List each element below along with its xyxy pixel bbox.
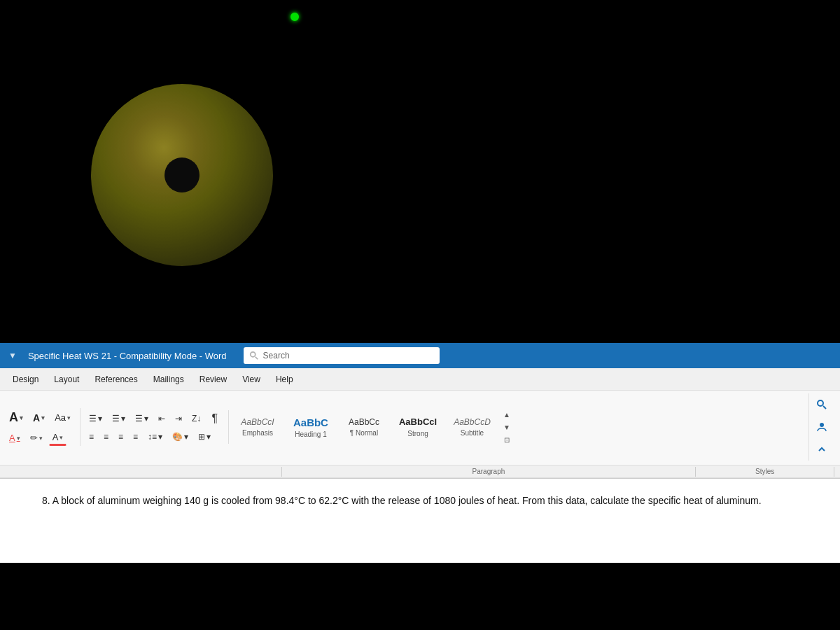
align-center-icon: ≡ <box>104 432 108 442</box>
sort-icon: Z↓ <box>192 414 201 424</box>
style-heading1-preview: AaBbC <box>293 416 328 430</box>
font-group: A ▾ A ▾ Aa ▾ A ▾ ✏ ▾ <box>6 408 80 446</box>
menu-review[interactable]: Review <box>192 372 234 387</box>
svg-line-3 <box>823 406 826 409</box>
styles-group-label: Styles <box>696 468 834 475</box>
menu-help[interactable]: Help <box>269 372 300 387</box>
menu-view[interactable]: View <box>235 372 267 387</box>
borders-btn[interactable]: ⊞ ▾ <box>194 430 215 444</box>
font-colorA-btn[interactable]: A ▾ <box>49 430 67 446</box>
indent-decrease-icon: ⇤ <box>158 414 165 424</box>
search-placeholder: Search <box>263 351 290 360</box>
paragraph-group: ☰ ▾ ☰ ▾ ☰ ▾ ⇤ ⇥ Z↓ <box>85 410 229 444</box>
font-smallA-btn[interactable]: A ▾ <box>29 410 48 426</box>
line-spacing-chevron: ▾ <box>158 432 162 442</box>
ribbon-footer-sep3 <box>834 467 834 477</box>
align-right-btn[interactable]: ≡ <box>114 430 127 444</box>
style-emphasis[interactable]: AaBbCcI Emphasis <box>233 408 282 446</box>
style-subtitle[interactable]: AaBbCcD Subtitle <box>447 408 497 446</box>
line-spacing-icon: ↕≡ <box>148 432 157 442</box>
title-bar-arrow: ▼ <box>8 351 17 360</box>
shading-icon: 🎨 <box>172 432 183 442</box>
list-bullets-chevron: ▾ <box>98 414 102 424</box>
align-justify-icon: ≡ <box>133 432 138 442</box>
search-box[interactable]: Search <box>244 347 440 364</box>
list-bullets-btn[interactable]: ☰ ▾ <box>85 412 106 426</box>
style-strong-preview: AaBbCcl <box>399 416 437 428</box>
pilcrow-btn[interactable]: ¶ <box>206 410 223 427</box>
styles-up-btn[interactable]: ▲ <box>501 409 512 420</box>
font-aa-btn[interactable]: Aa ▾ <box>51 410 74 425</box>
magnify-icon <box>816 399 827 410</box>
menu-design[interactable]: Design <box>6 372 46 387</box>
arrow-icon <box>816 444 827 455</box>
font-pencil-btn[interactable]: ✏ ▾ <box>27 430 46 445</box>
style-strong-label: Strong <box>407 430 428 438</box>
style-normal-label: ¶ Normal <box>350 429 378 437</box>
font-bigA-chevron: ▾ <box>20 414 23 421</box>
align-justify-btn[interactable]: ≡ <box>129 430 142 444</box>
toolbar: A ▾ A ▾ Aa ▾ A ▾ ✏ ▾ <box>0 391 840 465</box>
style-emphasis-preview: AaBbCcI <box>241 417 274 428</box>
ribbon: Design Layout References Mailings Review… <box>0 368 840 479</box>
borders-icon: ⊞ <box>198 432 205 442</box>
style-strong[interactable]: AaBbCcl Strong <box>393 408 443 446</box>
font-smallA-label: A <box>33 412 40 424</box>
line-spacing-btn[interactable]: ↕≡ ▾ <box>144 430 167 444</box>
style-heading1[interactable]: AaBbC Heading 1 <box>286 408 335 446</box>
style-heading1-label: Heading 1 <box>295 430 327 438</box>
font-colorA-chevron: ▾ <box>59 434 63 441</box>
style-normal[interactable]: AaBbCc ¶ Normal <box>340 408 388 446</box>
para-row1: ☰ ▾ ☰ ▾ ☰ ▾ ⇤ ⇥ Z↓ <box>85 410 223 427</box>
search-icon <box>249 351 259 360</box>
list-numbers-icon: ☰ <box>112 414 120 424</box>
para-row2: ≡ ≡ ≡ ≡ ↕≡ ▾ 🎨 ▾ <box>85 430 223 444</box>
document-area: 8. A block of aluminum weighing 140 g is… <box>0 479 840 563</box>
svg-point-2 <box>818 400 823 406</box>
font-pencil-chevron: ▾ <box>39 435 43 442</box>
green-led <box>290 13 299 21</box>
magnify-icon-btn[interactable] <box>813 396 830 413</box>
list-numbers-btn[interactable]: ☰ ▾ <box>108 412 130 426</box>
align-center-btn[interactable]: ≡ <box>99 430 113 444</box>
list-multilevel-btn[interactable]: ☰ ▾ <box>131 412 153 426</box>
right-icons <box>808 393 834 461</box>
indent-increase-icon: ⇥ <box>175 414 182 424</box>
styles-down-btn[interactable]: ▼ <box>501 421 512 433</box>
arrow-icon-btn[interactable] <box>813 441 830 458</box>
styles-row: AaBbCcI Emphasis AaBbC Heading 1 AaBbCc … <box>233 408 803 446</box>
style-normal-preview: AaBbCc <box>349 417 379 428</box>
style-subtitle-label: Subtitle <box>461 429 484 437</box>
borders-chevron: ▾ <box>206 432 211 442</box>
dark-background <box>0 0 840 343</box>
shading-btn[interactable]: 🎨 ▾ <box>168 430 192 444</box>
svg-point-0 <box>250 352 255 357</box>
menu-bar: Design Layout References Mailings Review… <box>0 368 840 391</box>
list-multilevel-icon: ☰ <box>135 414 143 424</box>
person-icon-btn[interactable] <box>813 419 830 435</box>
align-left-btn[interactable]: ≡ <box>85 430 98 444</box>
font-bigA-label: A <box>9 410 18 425</box>
list-multilevel-chevron: ▾ <box>144 414 148 424</box>
menu-references[interactable]: References <box>88 372 144 387</box>
menu-mailings[interactable]: Mailings <box>146 372 191 387</box>
style-subtitle-preview: AaBbCcD <box>454 417 491 428</box>
font-pencil-icon: ✏ <box>30 433 38 443</box>
font-row2: A ▾ ✏ ▾ A ▾ <box>6 430 74 446</box>
font-bigA-btn[interactable]: A ▾ <box>6 408 27 427</box>
menu-layout[interactable]: Layout <box>47 372 86 387</box>
person-icon <box>816 421 827 433</box>
font-smallA-chevron: ▾ <box>41 414 45 421</box>
indent-increase-btn[interactable]: ⇥ <box>171 412 186 426</box>
pilcrow-icon: ¶ <box>211 412 218 424</box>
indent-decrease-btn[interactable]: ⇤ <box>154 412 169 426</box>
font-underlineA-btn[interactable]: A ▾ <box>6 430 24 445</box>
ribbon-footer: Paragraph Styles <box>0 465 840 478</box>
cd-disc <box>91 84 273 266</box>
sort-btn[interactable]: Z↓ <box>188 412 205 426</box>
font-underlineA-chevron: ▾ <box>17 435 20 442</box>
font-aa-chevron: ▾ <box>67 414 71 421</box>
align-right-icon: ≡ <box>118 432 123 442</box>
styles-group: AaBbCcI Emphasis AaBbC Heading 1 AaBbCc … <box>233 408 808 446</box>
styles-expand-btn[interactable]: ⊡ <box>501 434 512 445</box>
